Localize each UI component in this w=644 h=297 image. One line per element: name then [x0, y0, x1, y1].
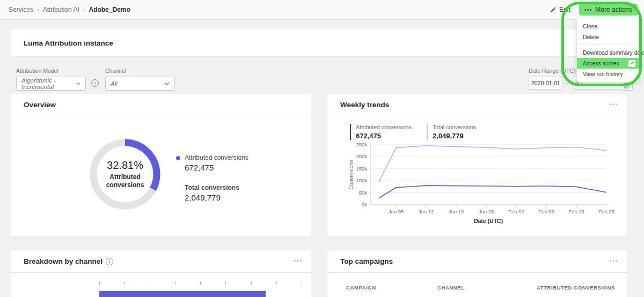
- more-actions-label: More actions: [595, 6, 632, 13]
- svg-text:Date (UTC): Date (UTC): [474, 218, 503, 224]
- legend-label: Total conversions: [185, 184, 248, 191]
- overview-legend: Attributed conversions 672,475 Total con…: [176, 154, 248, 214]
- top-campaigns-header: Top campaigns •••: [327, 250, 627, 273]
- attribution-model-value: Algorithmic - Incremental: [21, 77, 76, 90]
- svg-text:Conversions: Conversions: [348, 160, 354, 190]
- trend-legend-total[interactable]: Total conversions 2,049,779: [427, 124, 476, 140]
- trend-legend-label: Attributed conversions: [356, 124, 412, 130]
- overview-card: Overview 32.81% Attributed conversions A…: [11, 94, 311, 236]
- more-actions-button[interactable]: ••• More actions: [579, 4, 638, 16]
- attribution-model-select[interactable]: Algorithmic - Incremental: [16, 77, 86, 91]
- chevron-down-icon: [164, 82, 170, 85]
- top-campaigns-title: Top campaigns: [340, 257, 393, 265]
- breadcrumb-current-page: Adobe_Demo: [89, 6, 130, 13]
- channel-select[interactable]: All: [105, 77, 175, 91]
- more-actions-menu: Clone Delete Download summary data Acces…: [576, 18, 639, 83]
- date-range-start-input[interactable]: [529, 77, 562, 90]
- breadcrumb: Services › Attribution AI › Adobe_Demo: [9, 6, 130, 13]
- legend-item-attributed: Attributed conversions 672,475: [176, 154, 248, 172]
- svg-text:Jan 05: Jan 05: [389, 209, 404, 214]
- weekly-trends-header: Weekly trends •••: [327, 94, 627, 116]
- column-header-channel: CHANNEL: [437, 285, 465, 291]
- donut-metric-label: Attributed conversions: [101, 173, 149, 189]
- breakdown-info-icon[interactable]: i: [106, 258, 113, 265]
- channel-bar: [99, 291, 266, 297]
- svg-text:250k: 250k: [356, 142, 367, 147]
- menu-item-view-run-history[interactable]: View run history: [577, 69, 639, 79]
- svg-text:Feb 02: Feb 02: [508, 209, 524, 214]
- svg-text:100k: 100k: [356, 177, 367, 183]
- access-scores-label: Access scores: [583, 58, 619, 69]
- breakdown-title: Breakdown by channel: [24, 257, 103, 265]
- channel-filter: Channel All: [105, 68, 175, 91]
- trend-legend-value: 2,049,779: [433, 132, 476, 140]
- more-options-icon[interactable]: •••: [294, 258, 303, 264]
- column-header-campaign: CAMPAIGN: [346, 285, 376, 291]
- more-dots-icon: •••: [584, 6, 592, 13]
- svg-text:50k: 50k: [359, 190, 368, 196]
- donut-chart: 32.81% Attributed conversions: [87, 137, 163, 212]
- trend-legend-value: 672,475: [356, 132, 412, 140]
- weekly-trends-title: Weekly trends: [340, 101, 389, 109]
- overview-card-header: Overview: [11, 94, 311, 116]
- top-campaigns-card: Top campaigns ••• CAMPAIGN CHANNEL ATTRI…: [327, 250, 627, 297]
- date-range-separator: —: [565, 80, 570, 86]
- svg-text:Jan 19: Jan 19: [449, 209, 464, 214]
- overview-title: Overview: [24, 101, 56, 109]
- channel-value: All: [111, 80, 118, 87]
- breakdown-header: Breakdown by channel i •••: [11, 250, 311, 273]
- breadcrumb-separator: ›: [83, 6, 85, 13]
- svg-text:Feb 16: Feb 16: [568, 209, 584, 214]
- svg-text:0k: 0k: [362, 202, 367, 207]
- attribution-model-label: Attribution Model: [16, 68, 86, 74]
- more-options-icon[interactable]: •••: [609, 258, 618, 264]
- legend-value: 2,049,779: [185, 193, 248, 202]
- topbar-actions: Edit ••• More actions: [546, 4, 638, 16]
- menu-item-access-scores[interactable]: Access scores ↗: [577, 58, 639, 69]
- svg-text:Feb 09: Feb 09: [538, 209, 554, 214]
- channel-label: Channel: [105, 68, 175, 74]
- attribution-model-filter: Attribution Model Algorithmic - Incremen…: [16, 68, 86, 91]
- trend-legend-attributed[interactable]: Attributed conversions 672,475: [350, 124, 412, 140]
- attribution-model-info-icon[interactable]: i: [91, 79, 99, 87]
- edit-label: Edit: [559, 6, 570, 13]
- menu-item-clone[interactable]: Clone: [577, 21, 639, 32]
- legend-label: Attributed conversions: [185, 154, 248, 161]
- edit-button[interactable]: Edit: [546, 4, 575, 16]
- axis-ticks: [99, 281, 302, 285]
- weekly-trends-card: Weekly trends ••• Attributed conversions…: [327, 94, 627, 236]
- more-options-icon[interactable]: •••: [609, 101, 618, 107]
- svg-text:Feb 23: Feb 23: [598, 209, 614, 214]
- donut-center-text: 32.81% Attributed conversions: [87, 137, 163, 212]
- menu-item-download-summary-data[interactable]: Download summary data: [577, 47, 639, 58]
- svg-text:200k: 200k: [356, 153, 367, 159]
- column-header-attributed-conversions: ATTRIBUTED CONVERSIONS: [537, 285, 615, 291]
- trend-legend: Attributed conversions 672,475 Total con…: [350, 124, 476, 140]
- top-bar: Services › Attribution AI › Adobe_Demo E…: [0, 0, 644, 20]
- legend-dot-icon: [176, 156, 180, 160]
- breadcrumb-separator: ›: [37, 6, 39, 13]
- svg-text:Jan 12: Jan 12: [419, 209, 434, 214]
- svg-text:Jan 26: Jan 26: [479, 209, 494, 214]
- pencil-icon: [550, 6, 557, 13]
- menu-separator: [577, 44, 639, 45]
- instance-header-card: Luma Attribution instance: [11, 29, 633, 56]
- breadcrumb-services[interactable]: Services: [9, 6, 33, 13]
- donut-percent: 32.81%: [107, 159, 143, 172]
- open-in-new-icon: ↗: [628, 60, 635, 67]
- svg-text:150k: 150k: [356, 166, 367, 172]
- chevron-down-icon: [76, 82, 80, 85]
- menu-item-delete[interactable]: Delete: [577, 32, 639, 42]
- breadcrumb-attribution-ai[interactable]: Attribution AI: [43, 6, 79, 13]
- trend-legend-label: Total conversions: [433, 124, 476, 130]
- instance-title: Luma Attribution instance: [24, 39, 113, 47]
- breakdown-by-channel-card: Breakdown by channel i •••: [11, 250, 311, 297]
- legend-item-total: Total conversions 2,049,779: [176, 184, 248, 202]
- legend-value: 672,475: [185, 163, 248, 172]
- table-header-row: CAMPAIGN CHANNEL ATTRIBUTED CONVERSIONS: [327, 285, 627, 292]
